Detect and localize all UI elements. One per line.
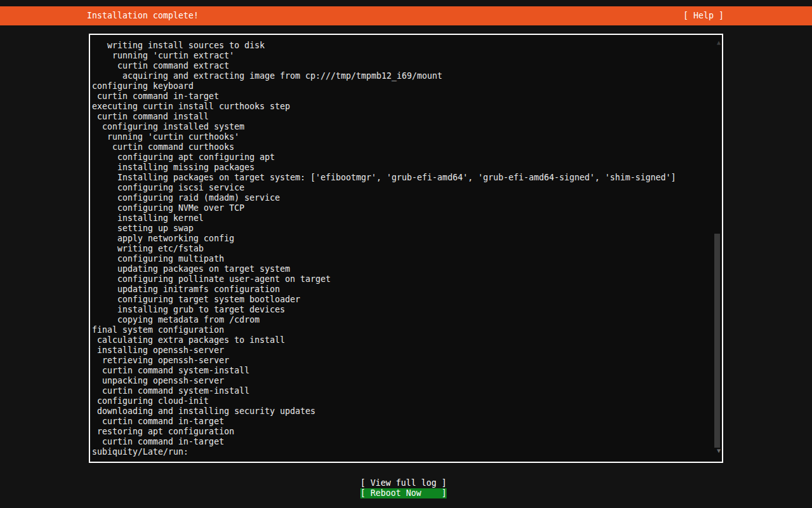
header-bar: Installation complete! [ Help ] [0, 6, 812, 25]
page-title: Installation complete! [87, 6, 199, 25]
install-log-text: writing install sources to disk running … [92, 41, 676, 457]
scroll-up-icon[interactable]: ▲ [717, 39, 721, 46]
scroll-down-icon[interactable]: ▼ [717, 448, 721, 454]
view-full-log-button[interactable]: [ View full log ] [360, 478, 447, 488]
scrollbar-thumb[interactable] [714, 234, 720, 448]
help-button[interactable]: [ Help ] [683, 6, 724, 25]
reboot-now-button[interactable]: [ Reboot Now ] [360, 488, 447, 498]
install-log-panel[interactable]: writing install sources to disk running … [89, 34, 723, 463]
